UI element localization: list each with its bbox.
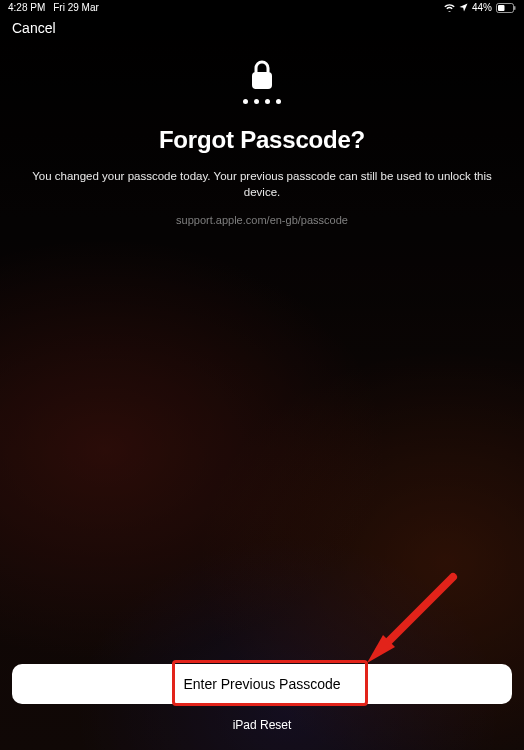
bottom-actions: Enter Previous Passcode iPad Reset: [0, 664, 524, 732]
status-time: 4:28 PM: [8, 2, 45, 13]
battery-percent: 44%: [472, 2, 492, 13]
location-icon: [459, 3, 468, 12]
lock-graphic: [243, 59, 281, 104]
svg-marker-5: [367, 635, 395, 663]
nav-row: Cancel: [0, 13, 524, 43]
status-bar: 4:28 PM Fri 29 Mar 44%: [0, 0, 524, 13]
lock-icon: [248, 59, 276, 93]
battery-icon: [496, 3, 516, 13]
passcode-dots: [243, 99, 281, 104]
svg-line-4: [379, 577, 453, 651]
svg-rect-2: [514, 6, 516, 10]
page-title: Forgot Passcode?: [159, 126, 365, 154]
svg-rect-3: [252, 72, 272, 89]
annotation-arrow-icon: [355, 565, 465, 675]
support-url: support.apple.com/en-gb/passcode: [176, 214, 348, 226]
wifi-icon: [444, 3, 455, 12]
enter-previous-passcode-button[interactable]: Enter Previous Passcode: [12, 664, 512, 704]
status-date: Fri 29 Mar: [53, 2, 99, 13]
main-content: Forgot Passcode? You changed your passco…: [0, 43, 524, 226]
page-subtitle: You changed your passcode today. Your pr…: [20, 168, 504, 200]
ipad-reset-button[interactable]: iPad Reset: [233, 718, 292, 732]
svg-rect-1: [498, 5, 505, 11]
cancel-button[interactable]: Cancel: [12, 20, 56, 36]
